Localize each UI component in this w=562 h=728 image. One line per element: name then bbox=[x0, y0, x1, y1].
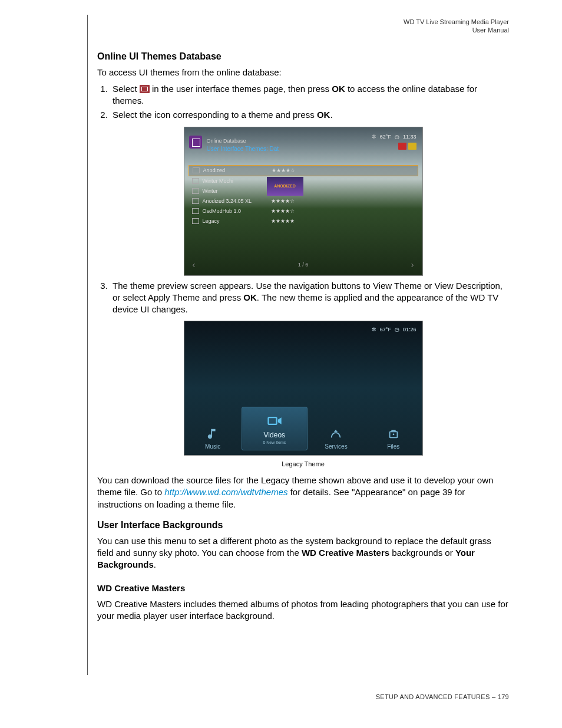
theme-name: OsdModHub 1.0 bbox=[203, 207, 267, 215]
nav-right-icon: › bbox=[411, 259, 414, 271]
theme-row: OsdModHub 1.0★★★★☆ bbox=[189, 206, 418, 216]
clock-icon: ◷ bbox=[395, 133, 399, 140]
header-product: WD TV Live Streaming Media Player bbox=[404, 18, 509, 26]
weather-icon: ✲ bbox=[372, 326, 376, 333]
theme-rating: ★★★★★ bbox=[271, 218, 295, 225]
theme-icon bbox=[192, 218, 199, 224]
ok-key: OK bbox=[332, 84, 345, 94]
theme-rating: ★★★★☆ bbox=[271, 207, 295, 215]
theme-icon bbox=[192, 198, 199, 204]
theme-row: Anodized★★★★☆ bbox=[189, 165, 418, 176]
status-bar: ✲ 67°F ◷ 01:26 bbox=[372, 326, 416, 333]
temp: 67°F bbox=[380, 326, 391, 333]
screenshot-legacy-theme: ✲ 67°F ◷ 01:26 Music Videos 0 New Items … bbox=[184, 321, 422, 455]
weather-icon: ✲ bbox=[372, 133, 376, 140]
theme-name: Legacy bbox=[203, 218, 267, 225]
theme-rating: ★★★★☆ bbox=[272, 167, 295, 174]
theme-row: Legacy★★★★★ bbox=[189, 216, 418, 226]
ok-key: OK bbox=[243, 292, 257, 302]
themes-link[interactable]: http://www.wd.com/wdtvthemes bbox=[164, 487, 287, 497]
menu-bar: Music Videos 0 New Items Services Files bbox=[184, 408, 422, 450]
theme-name: Anodized bbox=[203, 167, 268, 174]
menu-files: Files bbox=[365, 415, 422, 450]
action-icons bbox=[398, 143, 416, 150]
screenshot-online-database: Online Database User Interface Themes: D… bbox=[184, 127, 422, 275]
theme-db-icon bbox=[140, 85, 150, 93]
files-icon bbox=[387, 427, 400, 440]
theme-name: Winter bbox=[203, 187, 267, 195]
s1-title: Online Database bbox=[207, 137, 246, 144]
heading-wd-creative-masters: WD Creative Masters bbox=[97, 582, 509, 594]
caption-legacy: Legacy Theme bbox=[97, 460, 509, 469]
heading-ui-backgrounds: User Interface Backgrounds bbox=[97, 519, 509, 532]
page-footer: SETUP AND ADVANCED FEATURES – 179 bbox=[376, 693, 509, 701]
header-manual: User Manual bbox=[404, 26, 509, 34]
step-1: Select in the user interface themes page… bbox=[110, 83, 509, 107]
theme-row: Anodized 3.24.05 XL★★★★☆ bbox=[189, 196, 418, 206]
svg-point-1 bbox=[335, 430, 336, 431]
music-icon bbox=[206, 427, 219, 440]
bg-paragraph: You can use this menu to set a different… bbox=[97, 535, 509, 571]
time: 01:26 bbox=[403, 326, 416, 333]
theme-icon bbox=[192, 208, 199, 214]
theme-icon bbox=[193, 167, 200, 173]
menu-videos: Videos 0 New Items bbox=[242, 407, 308, 450]
clock-icon: ◷ bbox=[395, 326, 399, 333]
ok-key: OK bbox=[317, 110, 330, 120]
menu-services: Services bbox=[308, 415, 365, 450]
section-icon bbox=[189, 136, 202, 149]
step-3: The theme preview screen appears. Use th… bbox=[110, 280, 509, 316]
theme-icon bbox=[192, 188, 199, 194]
red-action-icon bbox=[398, 143, 406, 150]
theme-icon bbox=[192, 178, 199, 184]
wcm-paragraph: WD Creative Masters includes themed albu… bbox=[97, 598, 509, 622]
intro-online: To access UI themes from the online data… bbox=[97, 67, 509, 78]
status-bar: ✲ 62°F ◷ 11:33 bbox=[372, 133, 416, 140]
page-indicator: 1 / 6 bbox=[298, 261, 309, 268]
left-divider bbox=[87, 15, 88, 675]
theme-name: Anodized 3.24.05 XL bbox=[203, 197, 267, 205]
s1-subtitle: User Interface Themes: Dat bbox=[207, 145, 279, 153]
download-paragraph: You can download the source files for th… bbox=[97, 475, 509, 510]
theme-rating: ★★★★☆ bbox=[271, 197, 295, 205]
video-icon bbox=[266, 413, 283, 429]
theme-row: Winter bbox=[189, 186, 418, 196]
step-2: Select the icon corresponding to a theme… bbox=[110, 109, 509, 121]
nav-left-icon: ‹ bbox=[193, 259, 196, 271]
yellow-action-icon bbox=[408, 143, 416, 150]
theme-list: Anodized★★★★☆Winter MochiWinterAnodized … bbox=[189, 165, 418, 226]
pager: ‹ 1 / 6 › bbox=[184, 259, 422, 271]
temp: 62°F bbox=[380, 133, 391, 140]
svg-point-3 bbox=[392, 433, 394, 435]
time: 11:33 bbox=[403, 133, 416, 140]
svg-rect-0 bbox=[268, 417, 276, 424]
menu-music: Music bbox=[184, 415, 242, 450]
theme-row: Winter Mochi bbox=[189, 176, 418, 186]
page-header: WD TV Live Streaming Media Player User M… bbox=[404, 18, 509, 35]
theme-name: Winter Mochi bbox=[203, 177, 267, 185]
theme-preview-thumb: ANODIZED bbox=[267, 177, 303, 196]
heading-online-ui-themes: Online UI Themes Database bbox=[97, 50, 509, 63]
services-icon bbox=[329, 427, 342, 440]
